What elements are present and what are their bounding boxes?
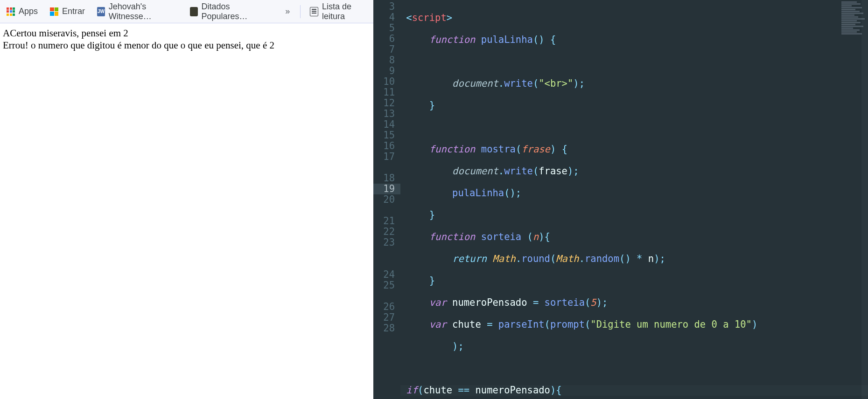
bookmark-label: Jehovah's Witnesse… [109, 2, 178, 21]
bookmark-label: Entrar [62, 7, 85, 16]
bookmark-overflow-chevron-icon[interactable]: » [281, 7, 294, 16]
jw-icon: JW [97, 7, 105, 16]
bookmark-apps[interactable]: Apps [4, 5, 41, 18]
browser-pane: Apps Entrar JW Jehovah's Witnesse… Ditad… [0, 0, 373, 399]
rendered-page: ACertou miseravis, pensei em 2 Errou! o … [0, 23, 373, 399]
reading-list-icon [310, 7, 318, 16]
reading-list-button[interactable]: Lista de leitura [307, 0, 370, 23]
bookmark-bar: Apps Entrar JW Jehovah's Witnesse… Ditad… [0, 0, 373, 23]
editor-scrollbar[interactable] [861, 0, 868, 399]
code-editor[interactable]: 3 4 5 6 7 8 9 10 11 12 13 14 15 16 17 18… [373, 0, 868, 399]
bookmark-label: Ditados Populares… [202, 2, 266, 21]
line-number-gutter: 3 4 5 6 7 8 9 10 11 12 13 14 15 16 17 18… [373, 0, 400, 399]
page-output-line: ACertou miseravis, pensei em 2 [3, 27, 371, 39]
bookmark-jw[interactable]: JW Jehovah's Witnesse… [94, 0, 181, 23]
bookmark-entrar[interactable]: Entrar [47, 5, 88, 18]
microsoft-icon [50, 7, 58, 16]
apps-grid-icon [7, 7, 15, 16]
app-root: Apps Entrar JW Jehovah's Witnesse… Ditad… [0, 0, 868, 399]
reading-list-label: Lista de leitura [322, 2, 367, 21]
bookmark-ditados[interactable]: Ditados Populares… [187, 0, 268, 23]
page-output-line: Errou! o numero que digitou é menor do q… [3, 39, 371, 51]
bookmark-label: Apps [19, 7, 38, 16]
favicon-icon [190, 7, 198, 16]
code-text[interactable]: <script> function pulaLinha() { document… [400, 0, 868, 399]
